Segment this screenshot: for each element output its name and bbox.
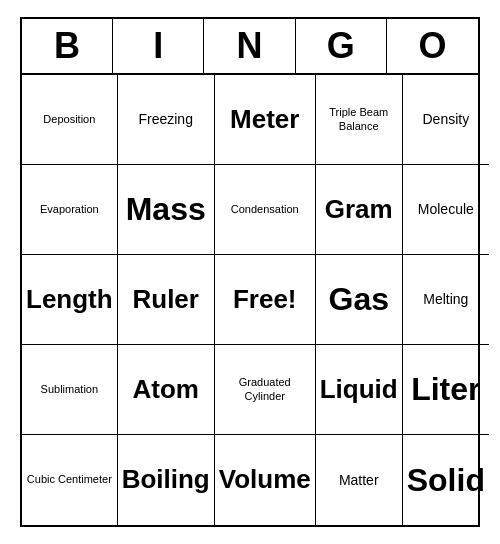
bingo-cell: Boiling [118, 435, 215, 525]
bingo-cell: Cubic Centimeter [22, 435, 118, 525]
cell-text: Liquid [320, 374, 398, 405]
bingo-cell: Liter [403, 345, 489, 435]
cell-text: Gram [325, 194, 393, 225]
cell-text: Matter [339, 472, 379, 489]
bingo-card: BINGO DepositionFreezingMeterTriple Beam… [20, 17, 480, 527]
cell-text: Graduated Cylinder [219, 376, 311, 402]
header-letter: N [204, 19, 295, 73]
header-letter: I [113, 19, 204, 73]
cell-text: Condensation [231, 203, 299, 216]
bingo-cell: Meter [215, 75, 316, 165]
header-letter: G [296, 19, 387, 73]
cell-text: Boiling [122, 464, 210, 495]
bingo-cell: Solid [403, 435, 489, 525]
cell-text: Triple Beam Balance [320, 106, 398, 132]
bingo-cell: Gram [316, 165, 403, 255]
cell-text: Mass [126, 190, 206, 228]
cell-text: Gas [328, 280, 388, 318]
bingo-cell: Free! [215, 255, 316, 345]
header-letter: B [22, 19, 113, 73]
cell-text: Sublimation [41, 383, 98, 396]
cell-text: Melting [423, 291, 468, 308]
cell-text: Density [422, 111, 469, 128]
cell-text: Atom [132, 374, 198, 405]
cell-text: Liter [411, 370, 480, 408]
cell-text: Molecule [418, 201, 474, 218]
cell-text: Deposition [43, 113, 95, 126]
bingo-header: BINGO [22, 19, 478, 75]
bingo-cell: Density [403, 75, 489, 165]
bingo-cell: Liquid [316, 345, 403, 435]
cell-text: Length [26, 284, 113, 315]
cell-text: Meter [230, 104, 299, 135]
cell-text: Ruler [132, 284, 198, 315]
bingo-cell: Triple Beam Balance [316, 75, 403, 165]
cell-text: Cubic Centimeter [27, 473, 112, 486]
bingo-grid: DepositionFreezingMeterTriple Beam Balan… [22, 75, 478, 525]
bingo-cell: Matter [316, 435, 403, 525]
bingo-cell: Freezing [118, 75, 215, 165]
cell-text: Freezing [138, 111, 192, 128]
cell-text: Solid [407, 461, 485, 499]
bingo-cell: Gas [316, 255, 403, 345]
bingo-cell: Atom [118, 345, 215, 435]
bingo-cell: Length [22, 255, 118, 345]
bingo-cell: Graduated Cylinder [215, 345, 316, 435]
cell-text: Free! [233, 284, 297, 315]
cell-text: Volume [219, 464, 311, 495]
bingo-cell: Evaporation [22, 165, 118, 255]
cell-text: Evaporation [40, 203, 99, 216]
bingo-cell: Deposition [22, 75, 118, 165]
header-letter: O [387, 19, 478, 73]
bingo-cell: Condensation [215, 165, 316, 255]
bingo-cell: Mass [118, 165, 215, 255]
bingo-cell: Ruler [118, 255, 215, 345]
bingo-cell: Volume [215, 435, 316, 525]
bingo-cell: Melting [403, 255, 489, 345]
bingo-cell: Sublimation [22, 345, 118, 435]
bingo-cell: Molecule [403, 165, 489, 255]
